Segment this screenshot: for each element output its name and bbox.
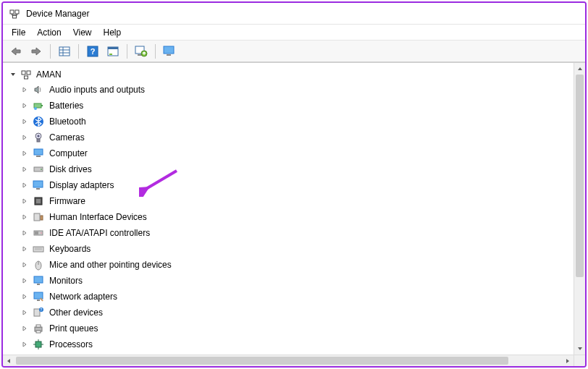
svg-rect-1 xyxy=(15,10,19,14)
scrollbar-thumb[interactable] xyxy=(576,75,584,277)
svg-text:?: ? xyxy=(41,308,43,312)
tree-item-label: Print queues xyxy=(48,323,98,334)
chevron-right-icon[interactable] xyxy=(20,85,29,94)
menu-help[interactable]: Help xyxy=(99,26,129,39)
tree-root[interactable]: AMAN xyxy=(9,67,582,82)
svg-rect-40 xyxy=(41,216,43,220)
tree-item[interactable]: Keyboards xyxy=(10,241,582,257)
printer-icon xyxy=(32,322,45,335)
svg-rect-20 xyxy=(167,54,171,56)
chevron-right-icon[interactable] xyxy=(20,308,29,317)
chevron-down-icon[interactable] xyxy=(9,70,17,79)
toolbar-forward-button[interactable] xyxy=(28,43,45,60)
chevron-right-icon[interactable] xyxy=(20,213,29,221)
chevron-right-icon[interactable] xyxy=(20,197,29,205)
toolbar-properties-button[interactable] xyxy=(104,43,122,60)
help-icon: ? xyxy=(86,45,99,58)
toolbar-scan-button[interactable] xyxy=(133,43,150,60)
tree-item[interactable]: Cameras xyxy=(10,130,582,145)
tree-item[interactable]: Bluetooth xyxy=(10,114,582,130)
tree-item[interactable]: Firmware xyxy=(10,193,582,209)
tree-children: Audio inputs and outputsBatteriesBluetoo… xyxy=(10,82,582,352)
tree-item[interactable]: Network adapters xyxy=(10,289,582,305)
toolbar-show-hidden-button[interactable] xyxy=(56,43,73,60)
chevron-right-icon[interactable] xyxy=(20,292,29,301)
hid-icon xyxy=(32,211,45,224)
toolbar-separator xyxy=(155,44,156,59)
mouse-icon xyxy=(32,258,45,271)
chevron-right-icon[interactable] xyxy=(20,245,29,253)
tree-item[interactable]: Print queues xyxy=(10,321,582,336)
tree-item[interactable]: Mice and other pointing devices xyxy=(10,257,582,273)
tree-item[interactable]: Computer xyxy=(10,145,582,161)
cpu-icon xyxy=(32,338,45,351)
chevron-right-icon[interactable] xyxy=(20,260,29,269)
display-icon xyxy=(32,179,45,192)
tree-item-label: Mice and other pointing devices xyxy=(48,260,172,270)
toolbar-monitor-button[interactable] xyxy=(161,43,178,60)
toolbar-separator xyxy=(127,44,127,59)
back-arrow-icon xyxy=(9,45,22,58)
tree-item[interactable]: Human Interface Devices xyxy=(10,209,582,225)
vertical-scrollbar[interactable] xyxy=(574,63,585,355)
svg-point-34 xyxy=(41,169,42,170)
menu-bar: File Action View Help xyxy=(3,25,585,41)
scroll-right-icon[interactable] xyxy=(562,355,574,366)
tree-item-label: Cameras xyxy=(48,132,85,143)
monitor-icon xyxy=(32,274,45,287)
menu-file[interactable]: File xyxy=(7,26,33,39)
chevron-right-icon[interactable] xyxy=(20,324,29,333)
scrollbar-thumb[interactable] xyxy=(16,357,508,365)
chevron-right-icon[interactable] xyxy=(20,101,29,110)
svg-rect-39 xyxy=(34,213,40,221)
tree-item[interactable]: ?Other devices xyxy=(10,305,582,321)
svg-rect-25 xyxy=(41,105,43,106)
svg-rect-0 xyxy=(10,10,14,14)
title-bar: Device Manager xyxy=(3,3,585,25)
svg-rect-52 xyxy=(37,300,40,301)
svg-rect-2 xyxy=(13,15,17,18)
menu-view[interactable]: View xyxy=(69,26,99,39)
toolbar: ? xyxy=(3,41,585,62)
tree-item[interactable]: Processors xyxy=(10,336,582,352)
scroll-left-icon[interactable] xyxy=(3,355,14,366)
svg-point-29 xyxy=(37,135,39,137)
scroll-down-icon[interactable] xyxy=(574,343,585,355)
svg-rect-32 xyxy=(36,156,41,157)
chevron-right-icon[interactable] xyxy=(20,229,29,237)
tree-item-label: Disk drives xyxy=(48,164,92,174)
toolbar-help-button[interactable]: ? xyxy=(84,43,101,60)
tree-item[interactable]: Display adapters xyxy=(10,177,582,193)
tree-item[interactable]: Batteries xyxy=(10,98,582,114)
svg-rect-51 xyxy=(34,292,43,299)
svg-rect-30 xyxy=(37,139,40,142)
chevron-right-icon[interactable] xyxy=(20,133,29,142)
svg-rect-23 xyxy=(25,76,28,79)
window-title: Device Manager xyxy=(26,9,89,19)
monitor-icon xyxy=(163,45,176,58)
tree-item-label: Computer xyxy=(48,148,88,158)
svg-rect-31 xyxy=(34,149,43,155)
svg-point-26 xyxy=(34,107,37,110)
menu-action[interactable]: Action xyxy=(33,26,68,39)
computer-icon xyxy=(32,147,45,160)
tree-item-label: Keyboards xyxy=(48,244,91,254)
scroll-up-icon[interactable] xyxy=(574,63,585,75)
chevron-right-icon[interactable] xyxy=(20,276,29,285)
tree-item[interactable]: Audio inputs and outputs xyxy=(10,82,582,98)
tree-item-label: IDE ATA/ATAPI controllers xyxy=(48,228,150,238)
tree-item[interactable]: Disk drives xyxy=(10,161,582,177)
chevron-right-icon[interactable] xyxy=(20,149,29,158)
chevron-right-icon[interactable] xyxy=(20,340,29,349)
horizontal-scrollbar[interactable] xyxy=(3,355,574,366)
chevron-right-icon[interactable] xyxy=(20,181,29,190)
tree-item[interactable]: Monitors xyxy=(10,273,582,289)
toolbar-back-button[interactable] xyxy=(7,43,25,60)
tree-item[interactable]: IDE ATA/ATAPI controllers xyxy=(10,225,582,241)
chevron-right-icon[interactable] xyxy=(20,165,29,174)
svg-rect-49 xyxy=(34,276,43,283)
svg-text:?: ? xyxy=(91,47,96,56)
svg-rect-22 xyxy=(27,71,30,75)
tree-root-label: AMAN xyxy=(36,69,62,80)
chevron-right-icon[interactable] xyxy=(20,117,29,126)
